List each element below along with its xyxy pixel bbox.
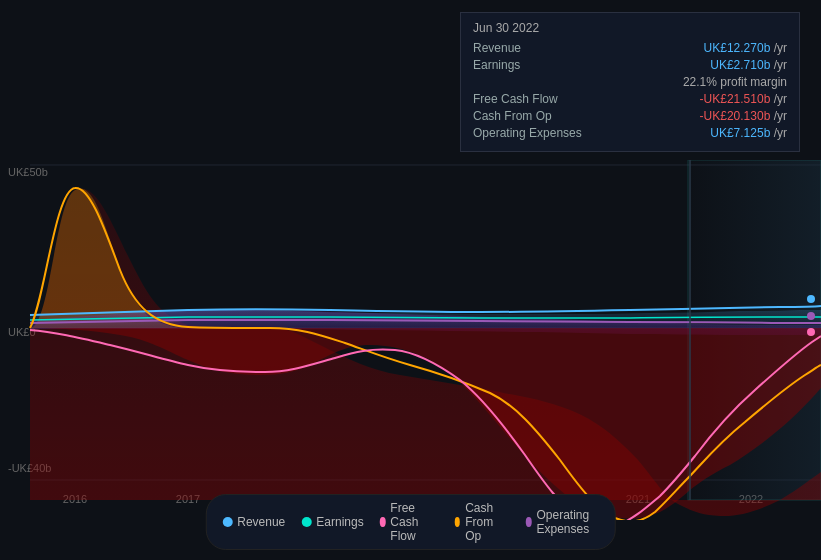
tooltip-row-fcf: Free Cash Flow -UK£21.510b /yr (473, 92, 787, 106)
legend-dot-opex (526, 517, 532, 527)
tooltip-value-fcf: -UK£21.510b /yr (700, 92, 787, 106)
legend-label-fcf: Free Cash Flow (390, 501, 438, 543)
legend-item-fcf[interactable]: Free Cash Flow (380, 501, 439, 543)
tooltip-label-earnings: Earnings (473, 58, 520, 72)
legend-label-earnings: Earnings (316, 515, 363, 529)
tooltip-value-opex: UK£7.125b /yr (710, 126, 787, 140)
tooltip-panel: Jun 30 2022 Revenue UK£12.270b /yr Earni… (460, 12, 800, 152)
chart-svg (0, 160, 821, 520)
tooltip-row-earnings: Earnings UK£2.710b /yr (473, 58, 787, 72)
side-dot-opex (807, 312, 815, 320)
legend-dot-earnings (301, 517, 311, 527)
tooltip-value-revenue: UK£12.270b /yr (704, 41, 787, 55)
legend-label-cashop: Cash From Op (465, 501, 510, 543)
tooltip-value-margin: 22.1% profit margin (683, 75, 787, 89)
legend-item-cashop[interactable]: Cash From Op (454, 501, 509, 543)
side-dot-revenue (807, 295, 815, 303)
chart-container: Jun 30 2022 Revenue UK£12.270b /yr Earni… (0, 0, 821, 560)
legend-dot-cashop (454, 517, 460, 527)
legend-label-revenue: Revenue (237, 515, 285, 529)
tooltip-label-opex: Operating Expenses (473, 126, 582, 140)
tooltip-row-cashop: Cash From Op -UK£20.130b /yr (473, 109, 787, 123)
side-dot-fcf (807, 328, 815, 336)
tooltip-label-fcf: Free Cash Flow (473, 92, 558, 106)
legend-dot-revenue (222, 517, 232, 527)
legend-label-opex: Operating Expenses (536, 508, 598, 536)
legend-item-earnings[interactable]: Earnings (301, 501, 363, 543)
legend-item-revenue[interactable]: Revenue (222, 501, 285, 543)
tooltip-row-revenue: Revenue UK£12.270b /yr (473, 41, 787, 55)
legend-dot-fcf (380, 517, 386, 527)
tooltip-value-earnings: UK£2.710b /yr (710, 58, 787, 72)
tooltip-value-cashop: -UK£20.130b /yr (700, 109, 787, 123)
legend: Revenue Earnings Free Cash Flow Cash Fro… (205, 494, 616, 550)
tooltip-label-cashop: Cash From Op (473, 109, 552, 123)
tooltip-label-revenue: Revenue (473, 41, 521, 55)
tooltip-row-opex: Operating Expenses UK£7.125b /yr (473, 126, 787, 140)
tooltip-row-margin: 22.1% profit margin (473, 75, 787, 89)
legend-item-opex[interactable]: Operating Expenses (526, 501, 599, 543)
tooltip-date: Jun 30 2022 (473, 21, 787, 35)
